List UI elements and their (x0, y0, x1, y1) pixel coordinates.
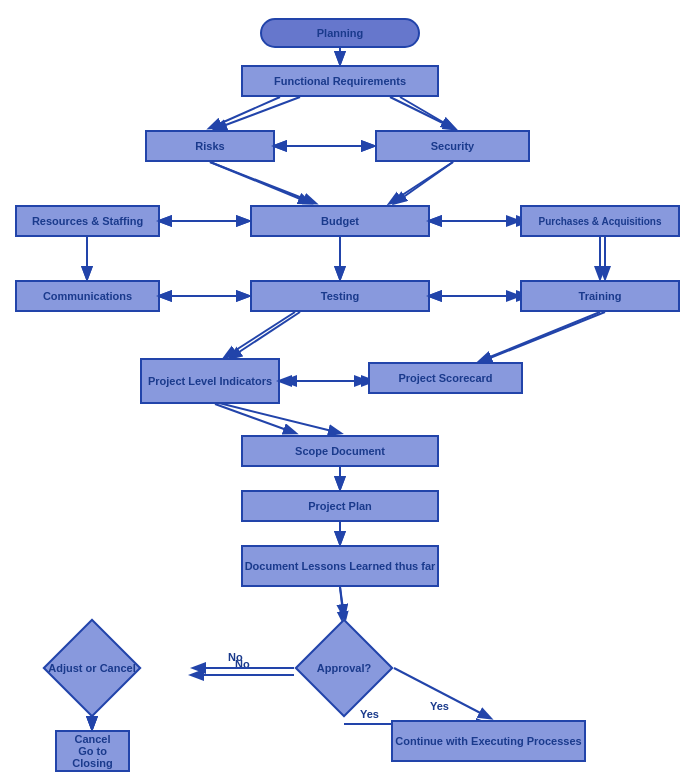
adjust-label: Adjust or Cancel (42, 618, 142, 718)
svg-line-13 (230, 312, 300, 358)
adjust-diamond: Adjust or Cancel (42, 618, 142, 718)
svg-line-45 (215, 404, 295, 433)
lessons-node: Document Lessons Learned thus far (241, 545, 439, 587)
svg-line-48 (340, 587, 344, 616)
svg-line-5 (390, 162, 453, 203)
pli-node: Project Level Indicators (140, 358, 280, 404)
svg-line-43 (480, 312, 600, 361)
communications-node: Communications (15, 280, 160, 312)
svg-line-34 (395, 162, 453, 203)
svg-line-30 (215, 97, 300, 129)
flowchart: No Yes Planning Functional Requirements … (0, 0, 693, 784)
approval-label: Approval? (294, 618, 394, 718)
purchases-node: Purchases & Acquisitions (520, 205, 680, 237)
continue-node: Continue with Executing Processes (391, 720, 586, 762)
budget-node: Budget (250, 205, 430, 237)
scorecard-node: Project Scorecard (368, 362, 523, 394)
svg-line-16 (215, 402, 340, 433)
svg-line-4 (210, 162, 310, 203)
security-node: Security (375, 130, 530, 162)
svg-text:No: No (235, 658, 250, 670)
svg-line-42 (225, 312, 295, 357)
svg-line-1 (210, 97, 280, 128)
resources-node: Resources & Staffing (15, 205, 160, 237)
approval-diamond: Approval? (294, 618, 394, 718)
scope-node: Scope Document (241, 435, 439, 467)
training-node: Training (520, 280, 680, 312)
testing-node: Testing (250, 280, 430, 312)
risks-node: Risks (145, 130, 275, 162)
svg-text:Yes: Yes (430, 700, 449, 712)
svg-line-31 (390, 97, 455, 129)
functional-node: Functional Requirements (241, 65, 439, 97)
svg-line-33 (210, 162, 315, 203)
svg-line-14 (480, 312, 605, 362)
planning-node: Planning (260, 18, 420, 48)
plan-node: Project Plan (241, 490, 439, 522)
svg-line-2 (400, 97, 453, 128)
svg-text:No: No (228, 651, 243, 663)
cancel-node: Cancel Go to Closing (55, 730, 130, 772)
svg-line-52 (394, 668, 490, 718)
